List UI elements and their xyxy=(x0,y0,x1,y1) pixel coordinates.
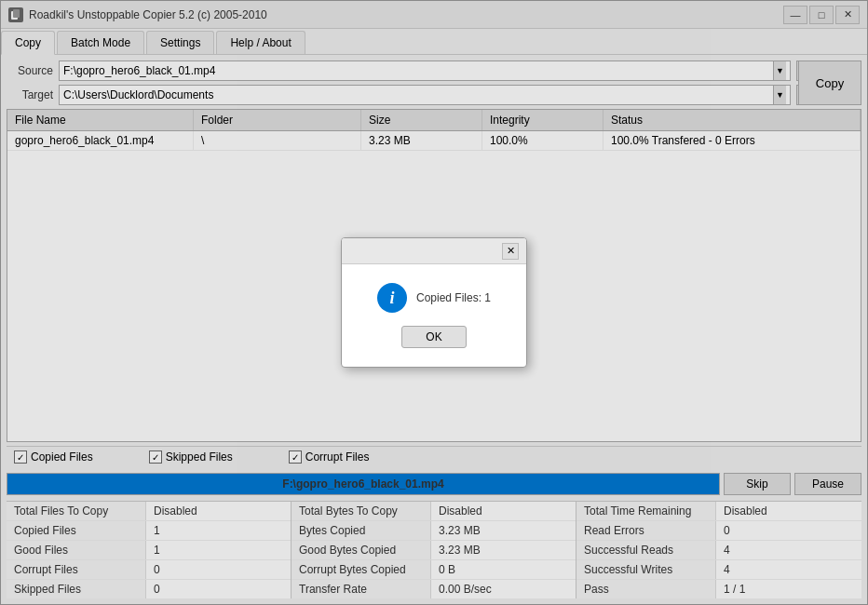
dialog-close-button[interactable]: ✕ xyxy=(502,243,519,260)
info-icon: i xyxy=(377,283,407,313)
dialog-overlay: ✕ i Copied Files: 1 OK xyxy=(0,0,868,605)
dialog-body: i Copied Files: 1 OK xyxy=(342,264,526,367)
dialog-icon-row: i Copied Files: 1 xyxy=(377,283,491,313)
dialog-title-bar: ✕ xyxy=(342,238,526,264)
dialog: ✕ i Copied Files: 1 OK xyxy=(341,237,527,368)
dialog-ok-button[interactable]: OK xyxy=(401,326,467,348)
dialog-message: Copied Files: 1 xyxy=(416,291,491,304)
